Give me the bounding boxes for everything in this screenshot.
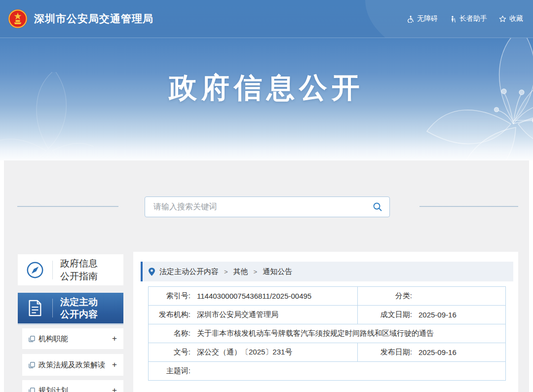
pages-icon xyxy=(29,362,35,368)
page: 深圳市公安局交通管理局 无障碍 xyxy=(0,0,533,392)
breadcrumb-separator: > xyxy=(254,268,258,275)
publish-date-cell: 发布日期: 2025-09-16 xyxy=(358,343,506,362)
index-number-cell: 索引号: 114403000075436811/2025-00495 xyxy=(149,287,358,306)
agency-cell: 发布机构: 深圳市公安局交通管理局 xyxy=(149,306,358,324)
main-panel: 法定主动公开内容 > 其他 > 通知公告 索引号: 11440300007543… xyxy=(133,252,518,392)
header-inner: 深圳市公安局交通管理局 无障碍 xyxy=(0,0,533,38)
sidebar-guide-label-line1: 政府信息 xyxy=(60,257,123,270)
page-title: 政府信息公开 xyxy=(0,69,533,107)
table-row: 文号: 深公交（通）〔2025〕231号 发布日期: 2025-09-16 xyxy=(149,343,506,362)
keywords-label: 主题词: xyxy=(149,366,190,376)
search-input[interactable] xyxy=(145,202,366,211)
elder-assist-link-label: 长者助手 xyxy=(459,14,487,23)
elder-assist-link[interactable]: 长者助手 xyxy=(450,14,487,23)
pages-icon xyxy=(29,336,35,342)
pages-icon xyxy=(29,388,35,392)
sidebar-statutory-label-line1: 法定主动 xyxy=(60,296,123,308)
content-area: 政府信息 公开指南 法定主动 公开内容 xyxy=(4,160,529,392)
agency-value: 深圳市公安局交通管理局 xyxy=(197,310,278,319)
expand-plus-icon[interactable]: + xyxy=(112,334,117,344)
location-pin-icon xyxy=(149,268,155,276)
table-row: 主题词: xyxy=(149,362,506,381)
written-date-value: 2025-09-16 xyxy=(419,311,457,319)
table-row: 名称: 关于非本市核发机动车号牌载客汽车须按规定时间路线和区域行驶的通告 xyxy=(149,324,506,343)
sidebar-statutory-icon-box xyxy=(18,299,52,317)
category-label: 分类: xyxy=(358,291,412,301)
accessibility-link[interactable]: 无障碍 xyxy=(407,14,438,23)
site-title[interactable]: 深圳市公安局交通管理局 xyxy=(34,12,153,26)
search-button[interactable] xyxy=(366,197,389,217)
sidebar-sub-label: 政策法规及政策解读 xyxy=(38,360,110,370)
compass-icon xyxy=(26,261,44,279)
table-row: 发布机构: 深圳市公安局交通管理局 成文日期: 2025-09-16 xyxy=(149,306,506,324)
elder-assist-icon xyxy=(450,15,457,23)
breadcrumb-item-statutory[interactable]: 法定主动公开内容 xyxy=(159,267,219,276)
divider-line-left xyxy=(17,206,118,207)
accessibility-link-label: 无障碍 xyxy=(417,14,438,23)
sidebar-guide-label-line2: 公开指南 xyxy=(60,270,123,282)
sidebar-item-statutory-active[interactable]: 法定主动 公开内容 xyxy=(18,293,123,323)
agency-label: 发布机构: xyxy=(149,310,190,319)
sidebar-item-guide[interactable]: 政府信息 公开指南 xyxy=(18,254,123,285)
sidebar-item-plans[interactable]: 规划计划 + xyxy=(22,380,123,392)
breadcrumb-separator: > xyxy=(224,268,228,275)
document-icon xyxy=(27,299,43,317)
top-header-bar: 深圳市公安局交通管理局 无障碍 xyxy=(0,0,533,38)
written-date-label: 成文日期: xyxy=(358,310,412,319)
accessibility-icon xyxy=(407,15,414,23)
sidebar-item-policies[interactable]: 政策法规及政策解读 + xyxy=(22,354,123,376)
favorite-link-label: 收藏 xyxy=(509,14,523,23)
breadcrumb-item-notices[interactable]: 通知公告 xyxy=(263,267,292,276)
doc-number-value: 深公交（通）〔2025〕231号 xyxy=(197,348,292,357)
publish-date-value: 2025-09-16 xyxy=(419,348,457,356)
breadcrumb: 法定主动公开内容 > 其他 > 通知公告 xyxy=(141,262,513,281)
star-icon xyxy=(499,15,506,23)
sidebar-statutory-label-line2: 公开内容 xyxy=(60,308,123,320)
header-utility-links: 无障碍 长者助手 收藏 xyxy=(407,14,525,23)
sidebar-guide-label: 政府信息 公开指南 xyxy=(53,257,123,282)
breadcrumb-item-other[interactable]: 其他 xyxy=(233,267,248,276)
search-icon xyxy=(373,202,382,212)
sidebar-sub-label: 机构职能 xyxy=(38,334,110,344)
sidebar-guide-icon-box xyxy=(18,261,52,279)
document-title-value: 关于非本市核发机动车号牌载客汽车须按规定时间路线和区域行驶的通告 xyxy=(197,329,434,338)
index-number-label: 索引号: xyxy=(149,291,190,301)
publish-date-label: 发布日期: xyxy=(358,348,412,357)
keywords-cell: 主题词: xyxy=(149,362,506,381)
sidebar-sub-label: 规划计划 xyxy=(38,386,110,392)
doc-number-cell: 文号: 深公交（通）〔2025〕231号 xyxy=(149,343,358,362)
document-title-cell: 名称: 关于非本市核发机动车号牌载客汽车须按规定时间路线和区域行驶的通告 xyxy=(149,324,506,343)
search-box xyxy=(145,196,390,217)
page-banner: 政府信息公开 xyxy=(0,38,533,160)
favorite-link[interactable]: 收藏 xyxy=(499,14,523,23)
sidebar-item-agency-functions[interactable]: 机构职能 + xyxy=(22,328,123,349)
index-number-value: 114403000075436811/2025-00495 xyxy=(197,292,311,300)
national-emblem-icon xyxy=(8,9,28,29)
category-cell: 分类: xyxy=(358,287,506,306)
table-row: 索引号: 114403000075436811/2025-00495 分类: xyxy=(149,287,506,306)
expand-plus-icon[interactable]: + xyxy=(112,360,117,370)
doc-number-label: 文号: xyxy=(149,348,190,357)
written-date-cell: 成文日期: 2025-09-16 xyxy=(358,306,506,324)
document-title-label: 名称: xyxy=(149,329,190,338)
expand-plus-icon[interactable]: + xyxy=(112,386,117,392)
sidebar-statutory-label: 法定主动 公开内容 xyxy=(53,296,123,320)
document-info-table: 索引号: 114403000075436811/2025-00495 分类: xyxy=(148,286,506,381)
divider-line-right xyxy=(419,206,518,207)
